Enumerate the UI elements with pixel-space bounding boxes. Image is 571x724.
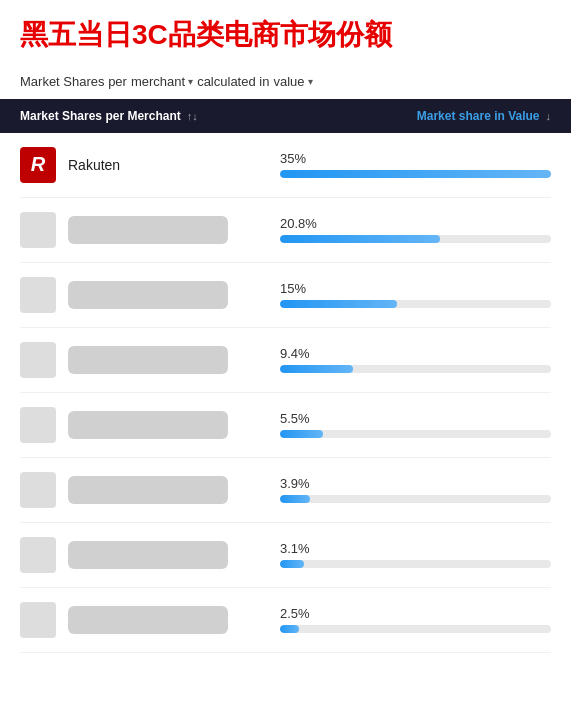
col-merchant-6 bbox=[20, 537, 280, 573]
col-merchant-1 bbox=[20, 212, 280, 248]
chevron-down-icon: ▾ bbox=[188, 76, 193, 87]
col-merchant-4 bbox=[20, 407, 280, 443]
bar-track bbox=[280, 495, 551, 503]
bar-fill bbox=[280, 625, 299, 633]
metric-label: value bbox=[273, 74, 304, 89]
value-pct: 5.5% bbox=[280, 411, 551, 426]
table-row: 9.4% bbox=[20, 328, 551, 393]
merchant-logo-blurred bbox=[20, 407, 56, 443]
value-pct: 9.4% bbox=[280, 346, 551, 361]
merchant-name-blurred bbox=[68, 541, 228, 569]
merchant-logo-blurred bbox=[20, 212, 56, 248]
value-pct: 3.9% bbox=[280, 476, 551, 491]
chevron-down-icon-2: ▾ bbox=[308, 76, 313, 87]
col-value-4: 5.5% bbox=[280, 411, 551, 438]
merchant-name-blurred bbox=[68, 476, 228, 504]
dimension-label: merchant bbox=[131, 74, 185, 89]
col-merchant-header: Market Shares per Merchant ↑↓ bbox=[20, 109, 280, 123]
bar-fill bbox=[280, 300, 397, 308]
col-merchant-7 bbox=[20, 602, 280, 638]
table-row: 2.5% bbox=[20, 588, 551, 653]
merchant-name-blurred bbox=[68, 281, 228, 309]
sort-icon[interactable]: ↑↓ bbox=[187, 110, 198, 122]
value-pct: 15% bbox=[280, 281, 551, 296]
merchant-logo-blurred bbox=[20, 277, 56, 313]
col-merchant-5 bbox=[20, 472, 280, 508]
filter-separator: calculated in bbox=[197, 74, 269, 89]
value-pct: 2.5% bbox=[280, 606, 551, 621]
bar-fill bbox=[280, 560, 304, 568]
bar-fill bbox=[280, 235, 440, 243]
bar-fill bbox=[280, 170, 551, 178]
merchant-name-blurred bbox=[68, 606, 228, 634]
col-value-header: Market share in Value ↓ bbox=[280, 109, 551, 123]
merchant-name-blurred bbox=[68, 216, 228, 244]
value-pct: 20.8% bbox=[280, 216, 551, 231]
merchant-name-blurred bbox=[68, 411, 228, 439]
table-body: RRakuten35%20.8%15%9.4%5.5%3.9%3.1%2.5% bbox=[0, 133, 571, 653]
dimension-dropdown[interactable]: merchant ▾ bbox=[131, 74, 193, 89]
merchant-col-label: Market Shares per Merchant bbox=[20, 109, 181, 123]
filter-bar: Market Shares per merchant ▾ calculated … bbox=[0, 66, 571, 99]
col-value-0: 35% bbox=[280, 151, 551, 178]
col-value-5: 3.9% bbox=[280, 476, 551, 503]
merchant-logo-rakuten: R bbox=[20, 147, 56, 183]
metric-dropdown[interactable]: value ▾ bbox=[273, 74, 312, 89]
table-row: RRakuten35% bbox=[20, 133, 551, 198]
merchant-logo-blurred bbox=[20, 537, 56, 573]
filter-prefix: Market Shares per bbox=[20, 74, 127, 89]
merchant-logo-blurred bbox=[20, 602, 56, 638]
col-value-1: 20.8% bbox=[280, 216, 551, 243]
bar-track bbox=[280, 170, 551, 178]
table-row: 5.5% bbox=[20, 393, 551, 458]
bar-fill bbox=[280, 495, 310, 503]
merchant-name: Rakuten bbox=[68, 157, 120, 173]
value-pct: 3.1% bbox=[280, 541, 551, 556]
bar-track bbox=[280, 625, 551, 633]
bar-track bbox=[280, 365, 551, 373]
bar-track bbox=[280, 235, 551, 243]
sort-icon-2[interactable]: ↓ bbox=[546, 110, 552, 122]
merchant-logo-blurred bbox=[20, 342, 56, 378]
bar-fill bbox=[280, 430, 323, 438]
value-pct: 35% bbox=[280, 151, 551, 166]
table-row: 3.1% bbox=[20, 523, 551, 588]
col-value-7: 2.5% bbox=[280, 606, 551, 633]
merchant-name-blurred bbox=[68, 346, 228, 374]
page-title: 黑五当日3C品类电商市场份额 bbox=[20, 18, 551, 52]
bar-track bbox=[280, 430, 551, 438]
rakuten-icon: R bbox=[20, 147, 56, 183]
col-merchant-3 bbox=[20, 342, 280, 378]
col-value-2: 15% bbox=[280, 281, 551, 308]
table-header: Market Shares per Merchant ↑↓ Market sha… bbox=[0, 99, 571, 133]
col-merchant-0: RRakuten bbox=[20, 147, 280, 183]
bar-fill bbox=[280, 365, 353, 373]
col-value-6: 3.1% bbox=[280, 541, 551, 568]
title-section: 黑五当日3C品类电商市场份额 bbox=[0, 0, 571, 66]
bar-track bbox=[280, 560, 551, 568]
bar-track bbox=[280, 300, 551, 308]
merchant-logo-blurred bbox=[20, 472, 56, 508]
table-row: 20.8% bbox=[20, 198, 551, 263]
table-row: 3.9% bbox=[20, 458, 551, 523]
col-merchant-2 bbox=[20, 277, 280, 313]
table-row: 15% bbox=[20, 263, 551, 328]
col-value-3: 9.4% bbox=[280, 346, 551, 373]
value-col-label: Market share in Value bbox=[417, 109, 540, 123]
